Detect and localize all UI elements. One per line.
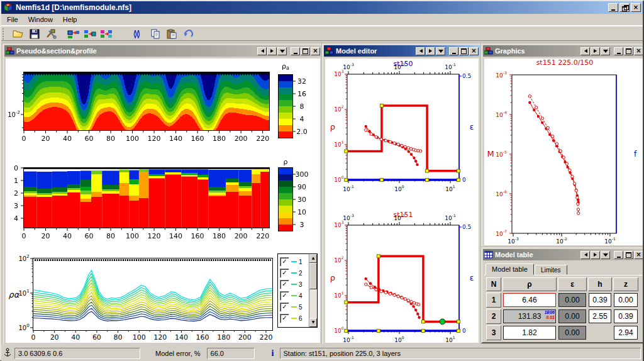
pseudosection-plot[interactable]: 02040608010012014016018020022010-2321684… — [6, 58, 319, 158]
svg-text:100: 100 — [18, 323, 29, 331]
svg-text:101: 101 — [18, 289, 29, 297]
restore-button[interactable] — [619, 3, 630, 12]
layout-tile-button[interactable] — [82, 27, 97, 41]
maximize-button[interactable] — [624, 47, 633, 55]
next-station-button[interactable] — [591, 251, 600, 259]
z-cell[interactable]: 0.39 — [614, 309, 638, 323]
legend-scrollbar[interactable]: ▲ ▼ — [309, 254, 317, 327]
maximize-button[interactable] — [459, 47, 469, 55]
eps-cell[interactable]: 0.00 — [558, 326, 586, 340]
svg-text:120: 120 — [148, 135, 161, 143]
legend-checkbox[interactable]: ✓ — [280, 269, 289, 278]
toolbar-grip[interactable] — [3, 28, 7, 40]
legend-checkbox[interactable]: ✓ — [280, 280, 289, 289]
undo-button[interactable] — [180, 27, 196, 41]
prev-station-button[interactable] — [580, 47, 590, 55]
profiles-plot[interactable]: 102101100020406080100120140160180200220ρ… — [6, 250, 277, 342]
h-cell[interactable]: 2.55 — [589, 309, 611, 323]
window-title: Nemfis1d [D:\nemfismodule.nfs] — [16, 3, 606, 12]
minimize-button[interactable] — [608, 3, 618, 12]
prev-station-button[interactable] — [416, 47, 425, 55]
station-dropdown-button[interactable] — [601, 251, 610, 259]
z-cell[interactable]: 2.94 — [614, 326, 638, 340]
copy-button[interactable] — [148, 27, 163, 41]
open-button[interactable] — [11, 27, 26, 41]
svg-text:60: 60 — [85, 135, 94, 143]
menu-file[interactable]: File — [2, 14, 23, 25]
app-window: Nemfis1d [D:\nemfismodule.nfs] × File Wi… — [0, 0, 644, 361]
maximize-button[interactable] — [301, 47, 310, 55]
scroll-up-icon[interactable]: ▲ — [309, 254, 317, 263]
tab-limites[interactable]: Limites — [535, 265, 567, 275]
svg-text:1: 1 — [14, 177, 18, 185]
window-graphics[interactable]: Graphics × st151 225.0/15010-310-410-510… — [481, 43, 643, 248]
close-button[interactable]: × — [311, 47, 320, 55]
st151-plot[interactable]: st15110-310-210-110310210110010-11001010… — [325, 209, 477, 343]
svg-text:10: 10 — [297, 208, 306, 216]
rho-cell[interactable]: 131.831E060.01 — [503, 309, 556, 323]
minimize-button[interactable] — [291, 47, 300, 55]
paste-button[interactable] — [164, 27, 179, 41]
section-plot[interactable]: 0123402040608010012014016018020022030090… — [6, 159, 319, 242]
eps-cell[interactable]: 0.00 — [558, 293, 586, 307]
legend-checkbox[interactable]: ✓ — [280, 257, 289, 267]
svg-text:220: 220 — [259, 333, 272, 342]
station-dropdown-button[interactable] — [277, 47, 287, 55]
legend-checkbox[interactable]: ✓ — [280, 314, 289, 323]
rho-cell[interactable]: 1.82 — [503, 326, 556, 340]
next-station-button[interactable] — [426, 47, 435, 55]
h-cell[interactable]: 0.39 — [589, 293, 611, 307]
layout-arrange-button[interactable] — [99, 27, 114, 41]
z-cell[interactable]: 0.00 — [614, 293, 638, 307]
svg-text:80: 80 — [106, 232, 115, 240]
titlebar[interactable]: Nemfis1d [D:\nemfismodule.nfs] × — [1, 1, 643, 14]
curves-button[interactable] — [131, 27, 147, 41]
window-pseudo-section-profile[interactable]: Pseudo&section&profile × 020406080100120… — [3, 43, 323, 344]
minimize-button[interactable] — [614, 251, 623, 259]
minimize-button[interactable] — [449, 47, 458, 55]
svg-text:10-4: 10-4 — [496, 110, 507, 118]
maximize-button[interactable] — [624, 251, 633, 259]
close-button[interactable]: × — [634, 47, 643, 55]
h-cell-empty — [589, 326, 611, 338]
minimize-button[interactable] — [614, 47, 623, 55]
layout-cascade-button[interactable] — [66, 27, 81, 41]
close-button[interactable]: × — [469, 47, 479, 55]
station-dropdown-button[interactable] — [601, 47, 610, 55]
prev-station-button[interactable] — [580, 251, 590, 259]
pseudo-titlebar[interactable]: Pseudo&section&profile × — [4, 45, 321, 57]
window-model-editor[interactable]: Model editor × st15010-310-210-110310210… — [322, 43, 482, 344]
prev-station-button[interactable] — [257, 47, 267, 55]
svg-text:100: 100 — [133, 333, 146, 342]
close-button[interactable]: × — [634, 251, 643, 259]
menu-help[interactable]: Help — [58, 14, 82, 25]
legend-color-dash — [291, 284, 297, 285]
window-model-table[interactable]: Model table × Model table Limites N — [481, 247, 643, 343]
next-station-button[interactable] — [267, 47, 277, 55]
editor-titlebar[interactable]: Model editor × — [324, 45, 480, 57]
station-info-panel: Station: st151, position 225.0, 3 layers — [280, 348, 641, 359]
graphics-plot[interactable]: st151 225.0/15010-310-410-510-610-710-31… — [484, 58, 641, 245]
legend-checkbox[interactable]: ✓ — [280, 303, 289, 312]
scroll-down-icon[interactable]: ▼ — [309, 318, 317, 327]
save-button[interactable] — [27, 27, 42, 41]
svg-text:10-3: 10-3 — [496, 70, 507, 79]
tools-button[interactable] — [43, 27, 58, 41]
legend-label: 2 — [299, 270, 303, 277]
st150-plot[interactable]: st15010-310-210-110310210110010-11001010… — [325, 58, 477, 201]
legend-checkbox[interactable]: ✓ — [280, 291, 289, 301]
tab-model-table[interactable]: Model table — [486, 264, 534, 275]
rho-cell[interactable]: 6.46 — [503, 293, 556, 307]
graphics-titlebar[interactable]: Graphics × — [483, 45, 643, 57]
station-dropdown-button[interactable] — [436, 47, 445, 55]
svg-text:60: 60 — [85, 232, 94, 240]
legend-item: ✓3 — [280, 279, 308, 290]
svg-text:40: 40 — [63, 135, 72, 143]
close-button[interactable]: × — [631, 3, 641, 12]
limit-lower: 0.01 — [546, 315, 555, 320]
table-titlebar[interactable]: Model table × — [483, 249, 643, 260]
menu-window[interactable]: Window — [23, 14, 58, 25]
next-station-button[interactable] — [591, 47, 600, 55]
svg-text:4: 4 — [14, 214, 18, 223]
eps-cell[interactable]: 0.00 — [558, 309, 586, 323]
